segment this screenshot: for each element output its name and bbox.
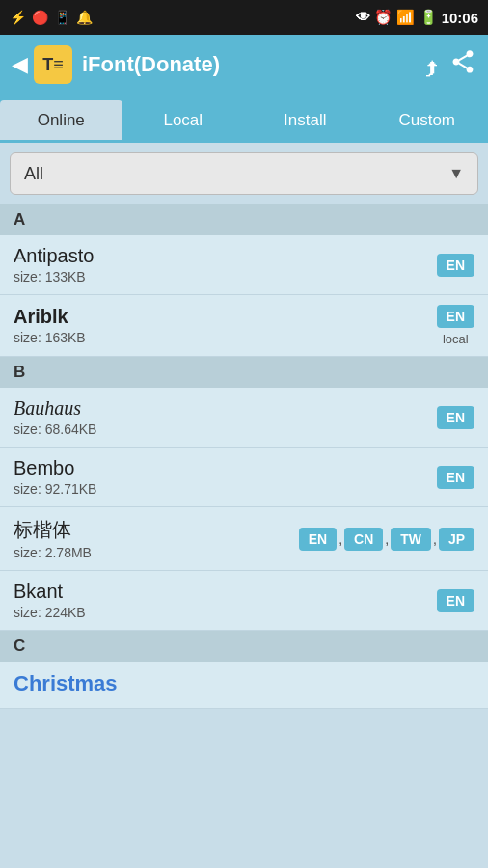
font-size: size: 133KB [14,269,437,285]
font-info: Bembo size: 92.71KB [14,457,437,497]
font-name: Christmas [14,671,474,696]
font-name: Bauhaus [14,397,437,420]
font-size: size: 224KB [14,605,437,620]
font-name: Bembo [14,457,437,479]
font-tags: EN [437,589,474,612]
font-size: size: 2.78MB [14,545,299,560]
list-item[interactable]: Christmas [0,662,488,709]
list-item[interactable]: Bembo size: 92.71KB EN [0,448,488,507]
tab-local[interactable]: Local [122,100,245,143]
time: 10:06 [442,10,478,26]
font-name: Ariblk [14,306,437,328]
font-name: Antipasto [14,245,437,267]
language-tag: EN [437,589,474,612]
signal-icons: 👁 ⏰ 📶 🔋 [356,9,438,26]
share-button[interactable]: ⮭ [422,48,476,81]
font-info: Antipasto size: 133KB [14,245,437,285]
filter-dropdown[interactable]: All ▼ [10,152,478,195]
section-header-a: A [0,204,488,235]
list-item[interactable]: 标楷体 size: 2.78MB EN , CN , TW , JP [0,507,488,571]
font-tags: EN [437,406,474,429]
language-tag: EN [437,406,474,429]
font-info: 标楷体 size: 2.78MB [14,517,299,560]
local-badge: local [443,332,469,346]
sim-icon: 🔴 [32,10,48,25]
list-item[interactable]: Antipasto size: 133KB EN [0,235,488,295]
notification-icon: 🔔 [76,10,93,25]
list-item[interactable]: Bauhaus size: 68.64KB EN [0,388,488,448]
usb-icon: ⚡ [10,10,26,25]
font-tags: EN [437,254,474,277]
font-size: size: 163KB [14,330,437,345]
chevron-down-icon: ▼ [448,165,464,182]
font-info: Christmas [14,671,474,698]
font-list: A Antipasto size: 133KB EN Ariblk size: … [0,204,488,868]
language-tag-cn: CN [344,528,383,551]
filter-container: All ▼ [0,143,488,204]
font-tags: EN [437,466,474,489]
section-header-c: C [0,631,488,662]
font-info: Bauhaus size: 68.64KB [14,397,437,437]
language-tag-tw: TW [391,528,431,551]
status-bar: ⚡ 🔴 📱 🔔 👁 ⏰ 📶 🔋 10:06 [0,0,488,35]
tag-separator: , [433,531,437,547]
dropdown-value: All [24,164,43,184]
language-tag: EN [437,466,474,489]
font-name: Bkant [14,581,437,603]
language-tag-jp: JP [439,528,474,551]
font-name: 标楷体 [14,517,299,543]
language-tag: EN [437,254,474,277]
font-info: Ariblk size: 163KB [14,306,437,345]
phone-icon: 📱 [54,10,70,25]
tag-separator: , [385,531,389,547]
font-size: size: 68.64KB [14,421,437,437]
language-tag: EN [437,305,474,328]
list-item[interactable]: Ariblk size: 163KB EN local [0,295,488,357]
language-tag-en: EN [299,528,337,551]
font-info: Bkant size: 224KB [14,581,437,620]
font-tags: EN local [437,305,474,346]
tag-separator: , [339,531,342,547]
tab-install[interactable]: Install [244,100,366,143]
tab-custom[interactable]: Custom [366,100,489,143]
title-bar: ◀ T≡ iFont(Donate) ⮭ [0,35,488,95]
app-icon: T≡ [34,45,72,84]
section-header-b: B [0,357,488,388]
app-title: iFont(Donate) [82,52,422,77]
font-size: size: 92.71KB [14,481,437,497]
status-left-icons: ⚡ 🔴 📱 🔔 [10,10,93,25]
back-button[interactable]: ◀ [12,52,28,77]
tab-online[interactable]: Online [0,100,122,143]
tab-bar: Online Local Install Custom [0,95,488,143]
status-right: 👁 ⏰ 📶 🔋 10:06 [356,9,478,26]
font-tags: EN , CN , TW , JP [299,528,474,551]
list-item[interactable]: Bkant size: 224KB EN [0,571,488,631]
